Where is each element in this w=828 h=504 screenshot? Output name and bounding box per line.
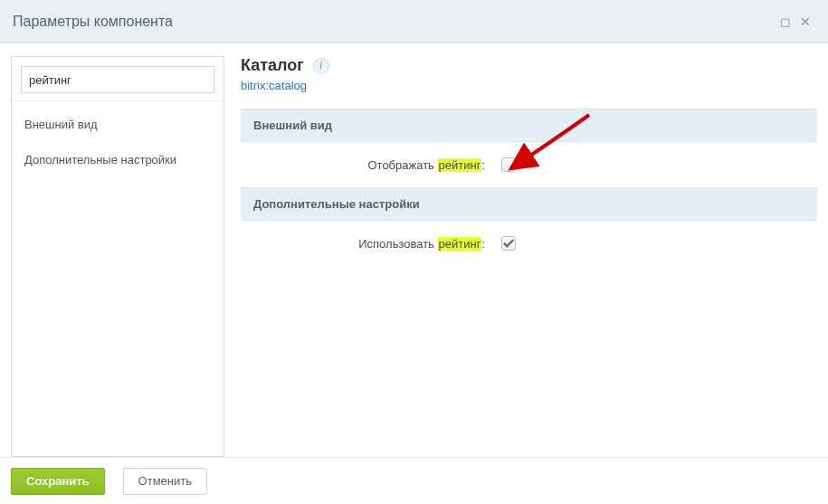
save-button[interactable]: Сохранить: [11, 468, 105, 495]
checkbox-show-rating[interactable]: [501, 157, 516, 172]
main-header: Каталог i: [241, 56, 817, 75]
dialog-footer: Сохранить Отменить: [0, 457, 828, 504]
search-wrap: [12, 57, 224, 101]
param-label-prefix: Использовать: [358, 237, 437, 251]
window-title: Параметры компонента: [13, 14, 173, 30]
main-panel: Каталог i bitrix:catalog Внешний вид Ото…: [241, 56, 817, 457]
maximize-icon[interactable]: ◻: [776, 12, 795, 32]
sidebar: Внешний вид Дополнительные настройки: [11, 56, 224, 457]
param-row-use-rating: Использовать рейтинг:: [241, 221, 817, 266]
param-row-show-rating: Отображать рейтинг:: [241, 142, 817, 187]
component-code: bitrix:catalog: [241, 79, 817, 92]
highlight-text: рейтинг: [438, 158, 482, 172]
section-header-additional: Дополнительные настройки: [241, 187, 817, 221]
cancel-button[interactable]: Отменить: [123, 468, 207, 495]
param-label-use-rating: Использовать рейтинг:: [253, 237, 485, 251]
highlight-text: рейтинг: [438, 237, 482, 251]
dialog-body: Внешний вид Дополнительные настройки Кат…: [0, 43, 828, 457]
sidebar-item-appearance[interactable]: Внешний вид: [12, 107, 224, 142]
component-params-window: Параметры компонента ◻ ✕ Внешний вид Доп…: [0, 0, 828, 504]
search-input[interactable]: [21, 66, 214, 93]
info-icon[interactable]: i: [313, 58, 329, 74]
param-label-prefix: Отображать: [367, 158, 437, 172]
sidebar-item-additional[interactable]: Дополнительные настройки: [12, 142, 224, 177]
section-header-appearance: Внешний вид: [241, 109, 817, 142]
param-label-show-rating: Отображать рейтинг:: [253, 158, 485, 172]
param-label-suffix: :: [481, 237, 485, 251]
param-label-suffix: :: [481, 158, 485, 172]
titlebar: Параметры компонента ◻ ✕: [0, 0, 828, 43]
checkbox-use-rating[interactable]: [501, 236, 516, 251]
sidebar-nav: Внешний вид Дополнительные настройки: [12, 101, 224, 177]
close-icon[interactable]: ✕: [795, 12, 815, 32]
sidebar-item-label: Внешний вид: [24, 118, 98, 131]
sidebar-item-label: Дополнительные настройки: [24, 153, 176, 166]
component-title: Каталог: [241, 56, 304, 75]
